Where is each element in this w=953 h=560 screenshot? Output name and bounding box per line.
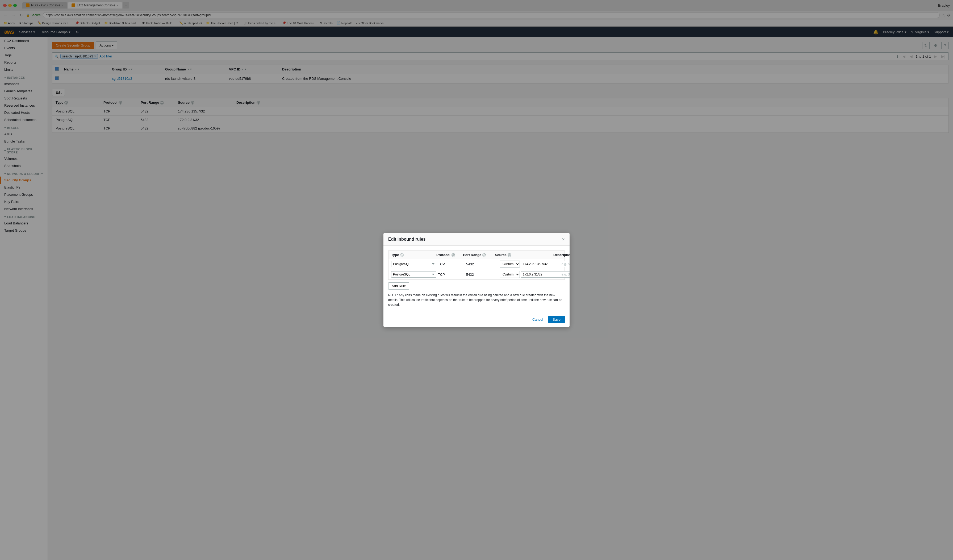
modal-note: NOTE: Any edits made on existing rules w…: [388, 293, 565, 307]
modal-row1-source-value[interactable]: [521, 261, 565, 267]
modal-row2-desc-group: ✕: [560, 271, 570, 278]
edit-inbound-rules-modal: Edit inbound rules × Type ⓘ Protocol ⓘ P…: [383, 233, 570, 327]
modal-row2-source-type[interactable]: Custom: [500, 271, 520, 278]
modal-col-source: Source ⓘ: [495, 253, 553, 257]
modal-header: Edit inbound rules ×: [383, 233, 570, 246]
modal-type-info: ⓘ: [400, 253, 404, 257]
modal-port-info: ⓘ: [482, 253, 486, 257]
modal-table-header: Type ⓘ Protocol ⓘ Port Range ⓘ Source ⓘ …: [388, 250, 565, 259]
modal-close-button[interactable]: ×: [562, 237, 565, 242]
modal-row2-port: 5432: [466, 273, 498, 276]
modal-row1-protocol: TCP: [438, 262, 464, 266]
modal-protocol-info: ⓘ: [452, 253, 455, 257]
modal-row1-source-group: Custom: [500, 261, 558, 267]
modal-row2-source-group: Custom: [500, 271, 558, 278]
modal-row-1: PostgreSQL TCP 5432 Custom ✕: [388, 259, 565, 269]
modal-row1-type-select[interactable]: PostgreSQL: [391, 261, 436, 267]
modal-row2-source-value[interactable]: [521, 271, 565, 278]
modal-col-description: Description ⓘ: [553, 253, 570, 257]
modal-row2-desc-input[interactable]: [560, 271, 570, 278]
add-rule-button[interactable]: Add Rule: [388, 282, 409, 290]
modal-title: Edit inbound rules: [388, 237, 425, 242]
modal-source-info: ⓘ: [508, 253, 511, 257]
modal-row1-desc-group: ✕: [560, 261, 570, 267]
modal-col-protocol: Protocol ⓘ: [436, 253, 463, 257]
modal-row-2: PostgreSQL TCP 5432 Custom ✕: [388, 269, 565, 280]
modal-col-type: Type ⓘ: [391, 253, 436, 257]
modal-row1-port: 5432: [466, 262, 498, 266]
modal-row1-desc-input[interactable]: [560, 261, 570, 267]
modal-footer: Cancel Save: [383, 312, 570, 327]
modal-body: Type ⓘ Protocol ⓘ Port Range ⓘ Source ⓘ …: [383, 246, 570, 312]
modal-col-port-range: Port Range ⓘ: [463, 253, 495, 257]
modal-row2-type-select[interactable]: PostgreSQL: [391, 271, 436, 278]
modal-cancel-button[interactable]: Cancel: [530, 316, 546, 323]
modal-save-button[interactable]: Save: [548, 316, 565, 323]
modal-row2-protocol: TCP: [438, 273, 464, 276]
modal-overlay[interactable]: Edit inbound rules × Type ⓘ Protocol ⓘ P…: [0, 0, 953, 560]
modal-row1-source-type[interactable]: Custom: [500, 261, 520, 267]
